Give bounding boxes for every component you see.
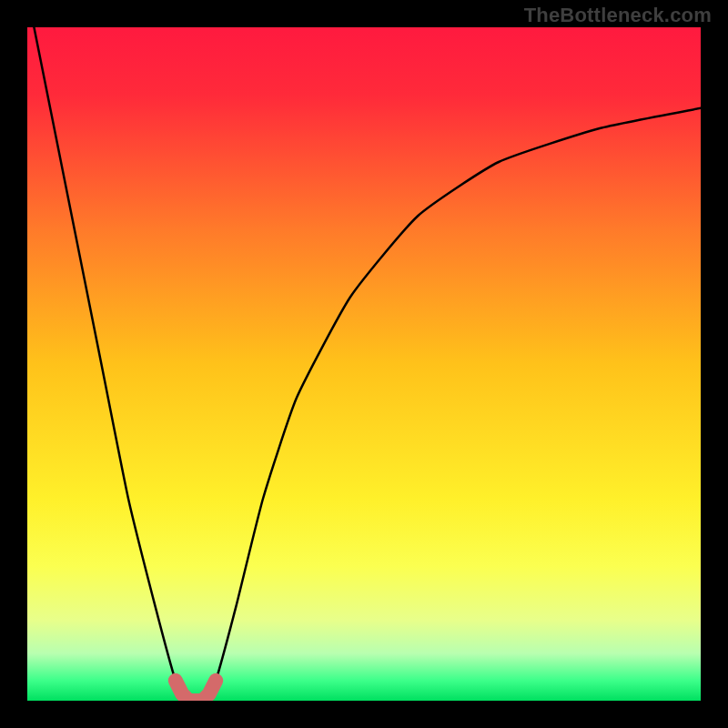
plot-area [27,27,701,701]
watermark-text: TheBottleneck.com [524,4,712,27]
chart-frame: TheBottleneck.com [0,0,728,728]
plot-svg [27,27,701,701]
